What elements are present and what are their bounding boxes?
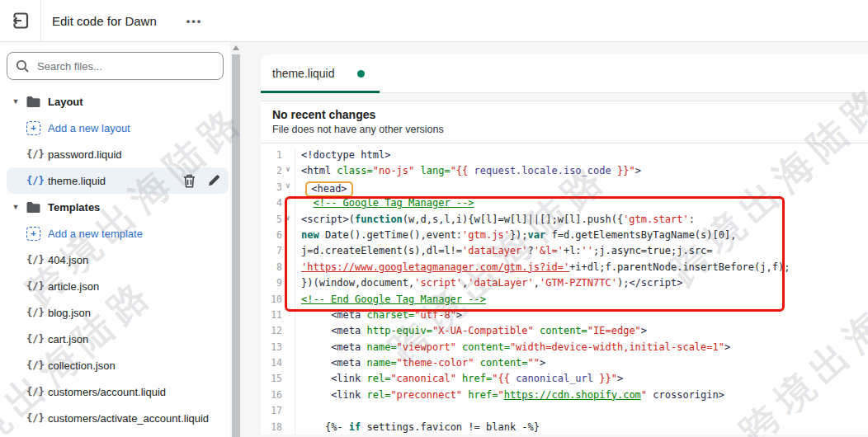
code-line[interactable]: 9})(window,document,'script','dataLayer'… (261, 277, 868, 293)
fold-arrow-icon[interactable]: ∨ (282, 181, 294, 197)
folder-row-layout[interactable]: ▼Layout (7, 88, 229, 115)
code-token: <link (331, 373, 366, 384)
code-token: j=d.createElement(s),dl=l!= (301, 245, 462, 256)
file-item-article.json[interactable]: {/}article.json (7, 273, 229, 299)
fold-arrow-icon[interactable]: ∨ (282, 165, 294, 181)
gutter: 4 (261, 197, 295, 213)
topbar: Edit code for Dawn ••• (0, 0, 868, 42)
code-token: rel= (366, 373, 390, 384)
head-highlight-box: <head> (305, 181, 352, 197)
file-item-404.json[interactable]: {/}404.json (7, 247, 229, 273)
delete-file-button[interactable] (183, 174, 196, 188)
code-file-icon: {/} (26, 307, 48, 318)
fold-arrow-icon[interactable]: ∨ (282, 214, 294, 229)
file-actions (183, 174, 220, 188)
code-text: <meta name="theme-color" content=""> (295, 357, 545, 373)
code-token: "{{ (492, 373, 516, 384)
code-token: rel= (366, 389, 390, 401)
code-token: 'gtm.start' (623, 214, 688, 225)
code-line[interactable]: 17 (261, 405, 868, 421)
code-token: class= (337, 165, 372, 176)
file-item-blog.json[interactable]: {/}blog.json (7, 299, 229, 326)
code-line[interactable]: 8'https://www.googletagmanager.com/gtm.j… (261, 261, 868, 277)
code-line[interactable]: 3∨ <head> (261, 181, 868, 197)
code-line[interactable]: 14 <meta name="theme-color" content=""> (261, 357, 868, 373)
line-number: 15 (261, 373, 282, 388)
line-number: 3 (261, 181, 282, 197)
search-input[interactable] (7, 52, 224, 80)
code-token: <meta (331, 341, 366, 353)
code-line[interactable]: 5∨<script>(function(w,d,s,l,i){w[l]=w[l]… (261, 214, 868, 229)
code-token: })(window,document, (301, 277, 414, 289)
more-options-button[interactable]: ••• (182, 10, 208, 32)
code-text: {%- if settings.favicon != blank -%} (295, 421, 540, 435)
gutter: 3∨ (261, 181, 295, 197)
scrollbar-thumb[interactable] (232, 54, 240, 437)
code-token: <meta (331, 325, 366, 336)
exit-icon (10, 10, 31, 31)
code-text: <meta http-equiv="X-UA-Compatible" conte… (295, 325, 647, 341)
rename-file-button[interactable] (207, 174, 220, 188)
editor-main: theme.liquid No recent changes File does… (242, 41, 868, 437)
code-token: '' (582, 245, 593, 256)
code-line[interactable]: 1<!doctype html> (261, 149, 868, 165)
code-token: +i+dl;f.parentNode.insertBefore(j,f); (569, 261, 790, 273)
version-banner: No recent changes File does not have any… (261, 101, 868, 143)
line-number: 17 (261, 405, 282, 421)
code-line[interactable]: 11 <meta charset="utf-8"> (261, 309, 868, 325)
code-token: }); (510, 229, 528, 241)
code-token: http-equiv= (366, 325, 432, 336)
add-new-templates-button[interactable]: +Add a new template (7, 220, 229, 247)
add-new-layout-button[interactable]: +Add a new layout (7, 115, 229, 141)
file-item-collection.json[interactable]: {/}collection.json (7, 352, 229, 378)
file-item-customers/account.liquid[interactable]: {/}customers/account.liquid (7, 378, 229, 405)
code-token: " (641, 389, 653, 401)
code-line[interactable]: 2∨<html class="no-js" lang="{{ request.l… (261, 165, 868, 181)
code-token: content= (540, 325, 587, 336)
code-token: "viewport" (397, 341, 462, 353)
code-line[interactable]: 6new Date().getTime(),event:'gtm.js'});v… (261, 229, 868, 245)
code-line[interactable]: 18 {%- if settings.favicon != blank -%} (261, 421, 868, 435)
code-line[interactable]: 10<!-- End Google Tag Manager --> (261, 294, 868, 309)
code-line[interactable]: 15 <link rel="canonical" href="{{ canoni… (261, 373, 868, 388)
code-token: > (635, 165, 641, 176)
code-file-icon: {/} (26, 280, 48, 292)
gutter: 18 (261, 421, 295, 435)
fold-spacer (282, 149, 294, 165)
code-line[interactable]: 4 <!-- Google Tag Manager --> (261, 197, 868, 213)
sidebar-scrollbar[interactable] (230, 41, 242, 437)
folder-row-templates[interactable]: ▼Templates (7, 194, 229, 220)
code-file-icon: {/} (26, 175, 48, 186)
code-text: j=d.createElement(s),dl=l!='dataLayer'?'… (295, 245, 713, 261)
scroll-up-arrow-icon[interactable] (233, 45, 239, 50)
folder-label: Templates (48, 201, 100, 214)
code-text: <!-- Google Tag Manager --> (295, 197, 474, 213)
file-item-password.liquid[interactable]: {/}password.liquid (7, 141, 229, 167)
fold-spacer (282, 357, 294, 373)
file-name: customers/activate_account.liquid (48, 412, 209, 425)
code-line[interactable]: 7j=d.createElement(s),dl=l!='dataLayer'?… (261, 245, 868, 261)
file-name: blog.json (48, 307, 91, 319)
file-item-customers/activate_account.liquid[interactable]: {/}customers/activate_account.liquid (7, 405, 229, 431)
fold-spacer (282, 294, 294, 309)
code-line[interactable]: 16 <link rel="preconnect" href="https://… (261, 389, 868, 405)
file-item-cart.json[interactable]: {/}cart.json (7, 326, 229, 352)
code-token: ;j.async=true;j.src= (593, 245, 713, 256)
code-token: "X-UA-Compatible" (432, 325, 540, 336)
code-editor[interactable]: 1<!doctype html>2∨<html class="no-js" la… (261, 143, 868, 435)
gutter: 6 (261, 229, 295, 245)
code-line[interactable]: 12 <meta http-equiv="X-UA-Compatible" co… (261, 325, 868, 341)
file-item-theme.liquid[interactable]: {/}theme.liquid (7, 167, 229, 194)
code-text: <link rel="canonical" href="{{ canonical… (295, 373, 623, 388)
gutter: 14 (261, 357, 295, 373)
code-line[interactable]: 13 <meta name="viewport" content="width=… (261, 341, 868, 357)
exit-editor-button[interactable] (0, 0, 41, 41)
code-text (295, 405, 301, 421)
code-token: <link (331, 389, 366, 401)
tab-theme-liquid[interactable]: theme.liquid (261, 54, 380, 92)
code-token: "preconnect" (390, 389, 468, 401)
code-token: <script> (301, 214, 349, 225)
code-editor-app: Edit code for Dawn ••• ▼Layout+Add a new… (0, 0, 868, 437)
code-token: > (724, 341, 730, 353)
gutter: 17 (261, 405, 295, 421)
